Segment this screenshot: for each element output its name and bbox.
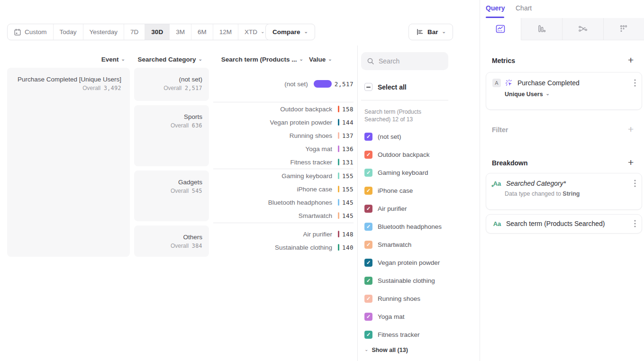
legend-item[interactable]: ✓Smartwatch: [364, 240, 411, 249]
search-term-row[interactable]: Smartwatch145: [213, 209, 354, 222]
chevron-down-icon: ⌄: [299, 57, 303, 62]
legend-item[interactable]: ✓Sustainable clothing: [364, 276, 435, 285]
chevron-down-icon: ⌄: [121, 57, 125, 62]
series-checkbox[interactable]: ✓: [364, 331, 372, 339]
series-checkbox[interactable]: ✓: [364, 223, 372, 231]
search-term-row[interactable]: Fitness tracker131: [213, 155, 354, 169]
breakdown-card[interactable]: Aa Search term (Products Searched): [486, 214, 642, 234]
view-tab-retention[interactable]: [603, 18, 644, 40]
breakdown-note: Data type changed to String: [486, 187, 642, 197]
series-checkbox[interactable]: ✓: [364, 241, 372, 249]
legend-item-label: Running shoes: [378, 295, 420, 302]
series-checkbox[interactable]: ✓: [364, 205, 372, 213]
breakdown-card[interactable]: Aa* Searched Category* Data type changed…: [486, 173, 642, 210]
legend-item-label: Smartwatch: [378, 241, 411, 248]
date-range-label: 7D: [130, 28, 138, 36]
add-metric-button[interactable]: +: [628, 55, 634, 65]
chevron-down-icon: ⌄: [546, 91, 550, 96]
search-term-row[interactable]: Yoga mat136: [213, 142, 354, 155]
series-checkbox[interactable]: ✓: [364, 133, 372, 141]
category-overall: Overall 636: [134, 120, 209, 129]
legend-item[interactable]: ✓Vegan protein powder: [364, 258, 440, 267]
date-range-30d[interactable]: 30D: [145, 24, 170, 40]
search-term-row[interactable]: Vegan protein powder144: [213, 116, 354, 129]
chevron-down-icon: ⌄: [364, 347, 368, 352]
search-term-row[interactable]: Bluetooth headphones145: [213, 196, 354, 209]
chevron-down-icon: ⌄: [328, 57, 332, 62]
category-card[interactable]: GadgetsOverall 545: [134, 171, 209, 221]
search-term-row[interactable]: Air purifier148: [213, 227, 354, 241]
legend-item[interactable]: ✓Yoga mat: [364, 312, 405, 321]
value-bar: [314, 80, 332, 88]
legend-item-label: Air purifier: [378, 205, 407, 212]
value-bar: [338, 119, 339, 126]
date-range-yesterday[interactable]: Yesterday: [83, 24, 125, 40]
date-range-7d[interactable]: 7D: [124, 24, 145, 40]
legend-item-label: Gaming keyboard: [378, 169, 428, 176]
add-filter-button[interactable]: +: [628, 124, 634, 134]
search-input[interactable]: [379, 57, 435, 65]
tab-chart[interactable]: Chart: [516, 4, 532, 12]
date-range-today[interactable]: Today: [54, 24, 83, 40]
category-overall: Overall 545: [134, 186, 209, 194]
legend-item[interactable]: ✓(not set): [364, 132, 401, 141]
category-card[interactable]: OthersOverall 384: [134, 226, 209, 257]
check-icon: ✓: [366, 224, 371, 230]
metric-card[interactable]: A Purchase Completed Unique Users ⌄: [486, 72, 642, 110]
legend-item-label: Fitness tracker: [378, 331, 420, 338]
search-term-row[interactable]: Sustainable clothing140: [213, 241, 354, 254]
event-card[interactable]: Purchase Completed [Unique Users] Overal…: [7, 68, 130, 257]
kebab-menu-icon[interactable]: [634, 180, 636, 187]
series-checkbox[interactable]: ✓: [364, 295, 372, 303]
series-checkbox[interactable]: ✓: [364, 277, 372, 285]
series-checkbox[interactable]: ✓: [364, 187, 372, 195]
view-tab-insights[interactable]: [480, 18, 521, 40]
chart-type-button[interactable]: Bar ⌄: [408, 24, 453, 40]
select-all-checkbox[interactable]: [364, 83, 372, 91]
legend-item[interactable]: ✓Running shoes: [364, 294, 420, 303]
date-range-12m[interactable]: 12M: [213, 24, 238, 40]
view-tab-bar-chart[interactable]: [521, 18, 562, 40]
category-overall: Overall 384: [134, 241, 209, 249]
search-term-row[interactable]: iPhone case155: [213, 182, 354, 196]
series-checkbox[interactable]: ✓: [364, 151, 372, 159]
column-header-2[interactable]: Searched Category⌄: [134, 55, 202, 63]
compare-button[interactable]: Compare ⌄: [265, 24, 315, 40]
date-range-custom[interactable]: Custom: [8, 24, 54, 40]
add-breakdown-button[interactable]: +: [628, 157, 634, 167]
legend-item[interactable]: ✓Bluetooth headphones: [364, 222, 442, 231]
search-term-label: Outdoor backpack: [213, 106, 332, 113]
date-range-6m[interactable]: 6M: [191, 24, 213, 40]
search-term-row[interactable]: Running shoes137: [213, 129, 354, 142]
legend-item[interactable]: ✓Fitness tracker: [364, 330, 420, 339]
series-checkbox[interactable]: ✓: [364, 313, 372, 321]
view-tab-flows[interactable]: [562, 18, 603, 40]
check-icon: ✓: [366, 278, 371, 284]
column-header-3[interactable]: Search term (Products ...⌄: [210, 55, 303, 63]
legend-item[interactable]: ✓Outdoor backpack: [364, 150, 430, 159]
kebab-menu-icon[interactable]: [634, 220, 636, 227]
select-all-row[interactable]: Select all: [364, 83, 407, 91]
calendar-icon: [14, 28, 21, 36]
tab-query[interactable]: Query: [486, 4, 505, 12]
legend-item-label: Bluetooth headphones: [378, 223, 442, 230]
date-range-3m[interactable]: 3M: [170, 24, 191, 40]
series-checkbox[interactable]: ✓: [364, 169, 372, 177]
search-term-row[interactable]: (not set)2,517: [213, 74, 354, 94]
legend-item[interactable]: ✓Air purifier: [364, 204, 407, 213]
search-term-row[interactable]: Gaming keyboard155: [213, 169, 354, 182]
legend-item[interactable]: ✓Gaming keyboard: [364, 168, 428, 177]
legend-search-box[interactable]: [361, 52, 448, 70]
check-icon: ✓: [366, 152, 371, 158]
column-header-4[interactable]: Value⌄: [309, 55, 344, 63]
column-header-1[interactable]: Event⌄: [7, 55, 125, 63]
series-checkbox[interactable]: ✓: [364, 259, 372, 267]
kebab-menu-icon[interactable]: [634, 79, 636, 87]
metrics-heading: Metrics: [492, 56, 515, 65]
search-term-row[interactable]: Outdoor backpack158: [213, 102, 354, 116]
legend-item[interactable]: ✓iPhone case: [364, 186, 413, 195]
category-card[interactable]: SportsOverall 636: [134, 105, 209, 166]
show-all-button[interactable]: ⌄ Show all (13): [364, 347, 408, 353]
category-card[interactable]: (not set)Overall 2,517: [134, 68, 209, 101]
metric-aggregation-dropdown[interactable]: Unique Users ⌄: [486, 87, 642, 98]
